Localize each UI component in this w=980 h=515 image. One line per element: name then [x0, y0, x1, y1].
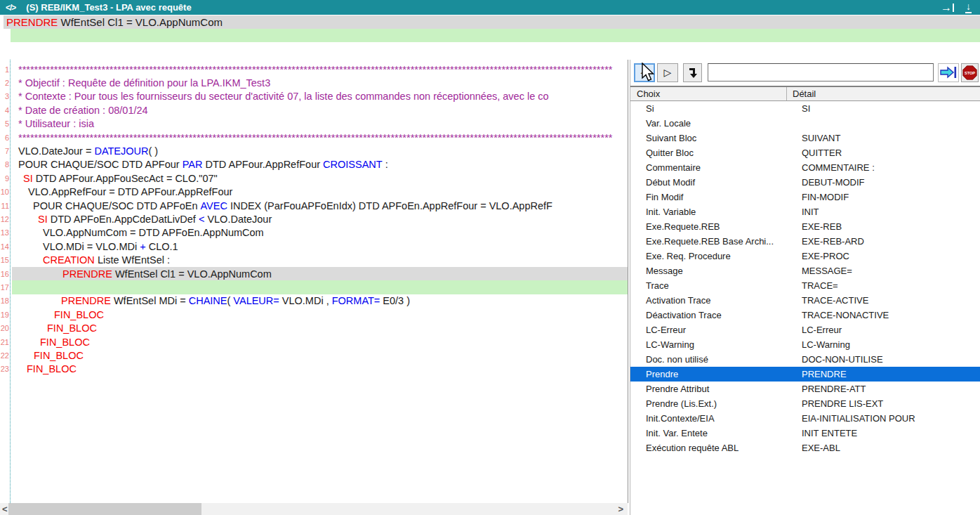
code-line-text[interactable]: PRENDRE WfEntSel MDi = CHAINE( VALEUR= V… [12, 294, 628, 308]
command-search-input[interactable] [708, 63, 934, 82]
stop-button[interactable]: STOP [961, 63, 979, 82]
insert-statement-button[interactable] [938, 63, 959, 82]
h-scrollbar[interactable]: < > [0, 503, 628, 515]
line-number: 17 [0, 283, 11, 292]
choix-cell: Exe.Requete.REB [630, 221, 796, 232]
code-segment: CLO.1 [146, 241, 178, 252]
code-line-text[interactable]: POUR CHAQUE/SOC DTD APFour PAR DTD APFou… [12, 158, 628, 171]
code-line-text[interactable]: * Objectif : Requête de définition pour … [12, 76, 628, 89]
code-line-text[interactable]: SI DTD APFoEn.AppCdeDatLivDef < VLO.Date… [12, 212, 628, 226]
goto-end-icon[interactable]: → [941, 3, 954, 13]
table-row[interactable]: LC-WarningLC-Warning [630, 337, 980, 352]
code-segment: CROISSANT [323, 159, 383, 170]
svg-text:STOP: STOP [965, 71, 975, 75]
table-row[interactable]: Var. Locale [630, 116, 980, 131]
code-segment: SI [23, 173, 33, 184]
code-line-text[interactable]: ****************************************… [12, 63, 628, 76]
table-row[interactable]: Init. VariableINIT [630, 204, 980, 219]
detail-cell: PRENDRE LIS-EXT [796, 398, 980, 409]
code-line: 21FIN_BLOC [0, 335, 628, 348]
line-number: 18 [0, 296, 11, 305]
code-line-text[interactable]: FIN_BLOC [12, 321, 628, 334]
code-segment: DATEJOUR [94, 145, 148, 157]
table-row[interactable]: Fin ModifFIN-MODIF [630, 190, 980, 204]
code-line-text[interactable]: VLO.AppNumCom = DTD APFoEn.AppNumCom [12, 226, 628, 240]
code-line: 11POUR CHAQUE/SOC DTD APFoEn AVEC INDEX … [0, 199, 628, 212]
code-line-text[interactable]: * Utilisateur : isia [12, 117, 628, 131]
prev-button[interactable]: ◁ [634, 63, 655, 82]
table-row[interactable]: MessageMESSAGE= [630, 263, 980, 278]
line-number: 20 [0, 324, 11, 332]
code-line-text[interactable]: FIN_BLOC [12, 348, 628, 362]
table-row[interactable]: Init.Contexte/EIAEIA-INITIALISATION POUR [630, 411, 980, 426]
code-line: 10VLO.AppRefFour = DTD APFour.AppRefFour [0, 185, 628, 199]
table-row[interactable]: Quitter BlocQUITTER [630, 145, 980, 160]
code-line-text[interactable]: ****************************************… [12, 131, 628, 144]
table-row[interactable]: SiSI [630, 101, 980, 116]
app-titlebar: </> (S) REB/IKM_Test3 - LPA avec requête… [0, 0, 980, 15]
import-icon[interactable]: ↓ [965, 2, 972, 13]
code-lines: 1***************************************… [0, 63, 628, 376]
code-segment: VLO.AppRefFour = DTD APFour.AppRefFour [28, 186, 232, 197]
code-editor: 1***************************************… [0, 60, 628, 503]
code-segment: WfEntSel Cl1 = VLO.AppNumCom [58, 16, 223, 28]
table-row[interactable]: Prendre (Lis.Ext.)PRENDRE LIS-EXT [630, 396, 980, 411]
code-segment: VLO.DateJour = [18, 145, 94, 157]
code-line: 1***************************************… [0, 63, 628, 76]
code-line-text[interactable]: POUR CHAQUE/SOC DTD APFoEn AVEC INDEX (P… [12, 199, 628, 212]
detail-cell: INIT ENTETE [796, 428, 980, 438]
code-line-text[interactable]: * Date de création : 08/01/24 [12, 103, 628, 117]
table-row[interactable]: Prendre AttributPRENDRE-ATT [630, 382, 980, 396]
code-segment: * Contexte : Pour tous les fournisseurs … [18, 91, 549, 102]
table-row[interactable]: TraceTRACE= [630, 278, 980, 293]
code-line: 6***************************************… [0, 131, 628, 144]
code-line: 15CREATION Liste WfEntSel : [0, 253, 628, 266]
scroll-thumb[interactable] [8, 503, 201, 515]
code-line-text[interactable]: VLO.DateJour = DATEJOUR( ) [12, 144, 628, 157]
code-line-text[interactable]: SI DTD APFour.AppFouSecAct = CLO."07" [12, 171, 628, 185]
detail-cell: EIA-INITIALISATION POUR [796, 413, 980, 424]
table-row[interactable]: Doc. non utiliséDOC-NON-UTILISE [630, 352, 980, 367]
code-slash-icon: </> [6, 3, 15, 13]
code-line-text[interactable]: FIN_BLOC [12, 308, 628, 321]
next-button[interactable]: ▷ [657, 63, 678, 82]
choix-cell: Commentaire [630, 162, 796, 173]
table-row[interactable]: Suivant BlocSUIVANT [630, 131, 980, 145]
table-row[interactable]: Déactivation TraceTRACE-NONACTIVE [630, 308, 980, 322]
table-row[interactable]: Exécution requête ABLEXE-ABL [630, 441, 980, 455]
table-row[interactable]: Exe.Requete.REB Base Archi...EXE-REB-ARD [630, 234, 980, 249]
window-title: (S) REB/IKM_Test3 - LPA avec requête [26, 2, 191, 13]
code-line: 19FIN_BLOC [0, 308, 628, 321]
table-row[interactable]: Init. Var. EnteteINIT ENTETE [630, 426, 980, 441]
code-line-text[interactable]: VLO.AppRefFour = DTD APFour.AppRefFour [12, 185, 628, 199]
table-row[interactable]: Activation TraceTRACE-ACTIVE [630, 293, 980, 308]
code-line-text[interactable]: * Contexte : Pour tous les fournisseurs … [12, 90, 628, 103]
code-segment: ( ) [148, 145, 158, 157]
code-line: 18PRENDRE WfEntSel MDi = CHAINE( VALEUR=… [0, 294, 628, 308]
choix-cell: Prendre (Lis.Ext.) [630, 398, 796, 409]
jump-down-button[interactable] [683, 63, 702, 82]
table-row[interactable]: PrendrePRENDRE [630, 367, 980, 382]
scroll-left-icon[interactable]: < [2, 503, 8, 515]
code-line-text[interactable]: FIN_BLOC [12, 335, 628, 348]
table-row[interactable]: Exe. Req. ProcedureEXE-PROC [630, 249, 980, 263]
table-row[interactable]: CommentaireCOMMENTAIRE : [630, 160, 980, 175]
code-line-text[interactable]: FIN_BLOC [12, 363, 628, 376]
table-row[interactable]: LC-ErreurLC-Erreur [630, 322, 980, 337]
scroll-right-icon[interactable]: > [618, 503, 623, 515]
code-line-text[interactable]: VLO.MDi = VLO.MDi + CLO.1 [12, 240, 628, 253]
table-header: Choix Détail [630, 87, 980, 101]
table-row[interactable]: Début ModifDEBUT-MODIF [630, 175, 980, 190]
choices-table: Choix Détail SiSIVar. LocaleSuivant Bloc… [630, 86, 980, 455]
code-line-text[interactable]: PRENDRE WfEntSel Cl1 = VLO.AppNumCom [12, 267, 628, 280]
code-segment: VLO.MDi , [279, 295, 332, 306]
code-line: 17 [0, 280, 628, 294]
choix-cell: LC-Warning [630, 339, 796, 350]
table-row[interactable]: Exe.Requete.REBEXE-REB [630, 219, 980, 234]
code-line-text[interactable] [12, 280, 628, 294]
line-number: 1 [0, 65, 11, 74]
line-number: 13 [0, 228, 11, 237]
line-number: 2 [0, 79, 11, 87]
code-line-text[interactable]: CREATION Liste WfEntSel : [12, 253, 628, 266]
detail-cell: QUITTER [796, 148, 980, 158]
